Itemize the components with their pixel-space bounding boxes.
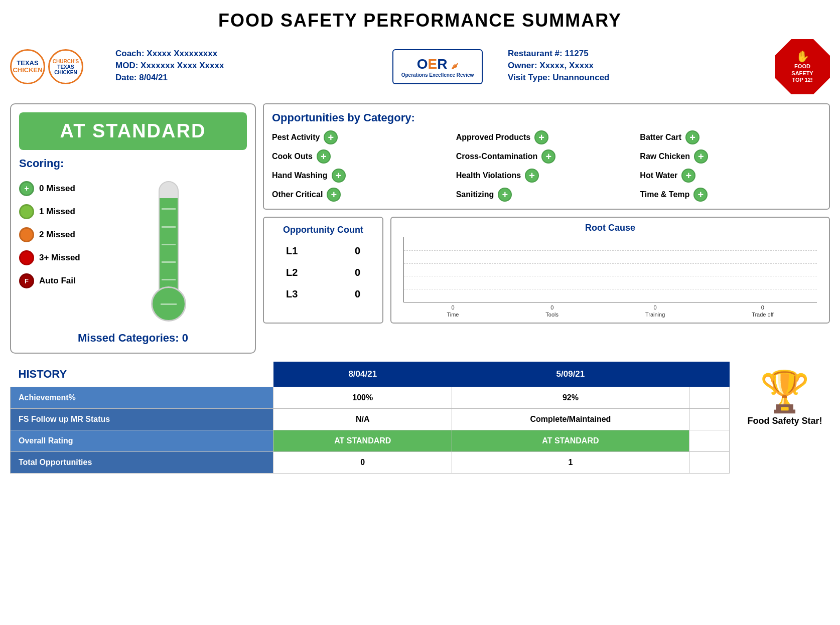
oer-logo: OER 🌶 Operations Excellence Review bbox=[392, 49, 483, 84]
history-achievement-label: Achievement% bbox=[11, 387, 273, 409]
history-col-2: 5/09/21 bbox=[452, 362, 689, 387]
coach-info: Coach: Xxxxx Xxxxxxxxx bbox=[115, 49, 377, 59]
legend-label-3: 3+ Missed bbox=[39, 253, 80, 263]
opp-cook-outs-label: Cook Outs bbox=[272, 152, 313, 161]
legend-0-missed: + 0 Missed bbox=[19, 181, 80, 196]
table-row: Overall Rating AT STANDARD AT STANDARD bbox=[11, 430, 730, 452]
hand-washing-btn[interactable]: + bbox=[332, 169, 346, 183]
opp-hot-water-label: Hot Water bbox=[640, 171, 677, 180]
history-col-1: 8/04/21 bbox=[273, 362, 452, 387]
opp-time-temp: Time & Temp + bbox=[640, 188, 821, 202]
opp-sanitizing-label: Sanitizing bbox=[456, 190, 494, 199]
dot-auto-fail: F bbox=[19, 273, 34, 288]
rc-title: Root Cause bbox=[398, 223, 822, 233]
oc-l2-value: 0 bbox=[355, 267, 360, 278]
header-left-info: Coach: Xxxxx Xxxxxxxxx MOD: Xxxxxxx Xxxx… bbox=[110, 49, 377, 85]
rc-hline-3 bbox=[404, 276, 817, 276]
dot-3-missed bbox=[19, 250, 34, 265]
opp-other-critical: Other Critical + bbox=[272, 188, 453, 202]
history-overall-label: Overall Rating bbox=[11, 430, 273, 452]
thermo-fill bbox=[160, 198, 178, 290]
main-content: AT STANDARD Scoring: + 0 Missed 1 Missed… bbox=[10, 103, 830, 354]
history-fs-label: FS Follow up MR Status bbox=[11, 409, 273, 430]
raw-chicken-btn[interactable]: + bbox=[694, 149, 708, 164]
opportunity-count-box: Opportunity Count L1 0 L2 0 L3 0 bbox=[263, 217, 383, 324]
opp-sanitizing: Sanitizing + bbox=[456, 188, 637, 202]
hot-water-btn[interactable]: + bbox=[681, 169, 695, 183]
table-row: FS Follow up MR Status N/A Complete/Main… bbox=[11, 409, 730, 430]
oc-l3-label: L3 bbox=[286, 288, 298, 300]
sanitizing-btn[interactable]: + bbox=[498, 188, 512, 202]
thermo-line-4 bbox=[162, 261, 176, 263]
opp-raw-chicken-label: Raw Chicken bbox=[640, 152, 690, 161]
health-violations-btn[interactable]: + bbox=[525, 169, 539, 183]
thermo-line-1 bbox=[162, 208, 176, 210]
history-total-opp-val1: 0 bbox=[273, 452, 452, 474]
right-panel: Opportunities by Category: Pest Activity… bbox=[263, 103, 830, 354]
history-total-opp-val2: 1 bbox=[452, 452, 689, 474]
opp-cook-outs: Cook Outs + bbox=[272, 149, 453, 164]
header: TEXASCHICKEN CHURCH'STEXASCHICKEN Coach:… bbox=[10, 39, 830, 94]
history-col-3 bbox=[689, 362, 729, 387]
scoring-section: + 0 Missed 1 Missed 2 Missed 3+ Missed F bbox=[19, 176, 247, 322]
opp-cross-contamination: Cross-Contamination + bbox=[456, 149, 637, 164]
rc-training: 0 Training bbox=[645, 304, 665, 318]
trophy-label: Food Safety Star! bbox=[747, 416, 822, 426]
oer-sublabel: Operations Excellence Review bbox=[401, 72, 474, 78]
left-panel: AT STANDARD Scoring: + 0 Missed 1 Missed… bbox=[10, 103, 256, 354]
approved-products-btn[interactable]: + bbox=[534, 130, 548, 144]
cook-outs-btn[interactable]: + bbox=[317, 149, 331, 164]
opp-raw-chicken: Raw Chicken + bbox=[640, 149, 821, 164]
header-right-info: Restaurant #: 11275 Owner: Xxxxx, Xxxxx … bbox=[498, 49, 770, 85]
opp-hand-washing-label: Hand Washing bbox=[272, 171, 328, 180]
thermo-line-3 bbox=[162, 244, 176, 245]
history-total-opp-val3 bbox=[689, 452, 729, 474]
opp-pest-activity: Pest Activity + bbox=[272, 130, 453, 144]
missed-categories: Missed Categories: 0 bbox=[19, 332, 247, 345]
history-achievement-val3 bbox=[689, 387, 729, 409]
dot-0-missed: + bbox=[19, 181, 34, 196]
opp-cross-contamination-label: Cross-Contamination bbox=[456, 152, 538, 161]
rc-tradeoff: 0 Trade off bbox=[752, 304, 773, 318]
opp-other-critical-label: Other Critical bbox=[272, 190, 323, 199]
oc-row-l2: L2 0 bbox=[276, 262, 370, 283]
history-achievement-val1: 100% bbox=[273, 387, 452, 409]
other-critical-btn[interactable]: + bbox=[327, 188, 341, 202]
bulb-line-1 bbox=[161, 303, 177, 305]
opp-time-temp-label: Time & Temp bbox=[640, 190, 689, 199]
pest-activity-btn[interactable]: + bbox=[324, 130, 338, 144]
history-overall-val2: AT STANDARD bbox=[452, 430, 689, 452]
legend-2-missed: 2 Missed bbox=[19, 227, 80, 242]
logos-section: TEXASCHICKEN CHURCH'STEXASCHICKEN bbox=[10, 49, 105, 84]
opp-batter-cart-label: Batter Cart bbox=[640, 133, 681, 142]
trophy-section: 🏆 Food Safety Star! bbox=[740, 362, 830, 426]
page-title: FOOD SAFETY PERFORMANCE SUMMARY bbox=[10, 10, 830, 31]
mod-info: MOD: Xxxxxxx Xxxx Xxxxx bbox=[115, 61, 377, 71]
thermometer-visual bbox=[151, 181, 186, 322]
visit-type-info: Visit Type: Unannounced bbox=[508, 73, 770, 83]
history-fs-val1: N/A bbox=[273, 409, 452, 430]
history-total-opp-label: Total Opportunities bbox=[11, 452, 273, 474]
rc-xaxis: 0 Time 0 Tools 0 Training 0 bbox=[403, 304, 817, 318]
legend-label-1: 1 Missed bbox=[39, 207, 75, 217]
time-temp-btn[interactable]: + bbox=[693, 188, 708, 202]
history-fs-val2: Complete/Maintained bbox=[452, 409, 689, 430]
oc-l1-label: L1 bbox=[286, 245, 298, 257]
opp-approved-products: Approved Products + bbox=[456, 130, 637, 144]
legend-1-missed: 1 Missed bbox=[19, 204, 80, 219]
cross-contamination-btn[interactable]: + bbox=[541, 149, 555, 164]
scoring-label: Scoring: bbox=[19, 157, 247, 170]
thermo-bulb bbox=[151, 286, 186, 322]
rc-time: 0 Time bbox=[447, 304, 459, 318]
oc-row-l3: L3 0 bbox=[276, 283, 370, 305]
history-header-row: HISTORY 8/04/21 5/09/21 bbox=[11, 362, 730, 387]
opp-approved-products-label: Approved Products bbox=[456, 133, 530, 142]
rc-tools: 0 Tools bbox=[545, 304, 558, 318]
rc-hline-2 bbox=[404, 263, 817, 264]
rc-hline-1 bbox=[404, 250, 817, 251]
rc-hline-4 bbox=[404, 289, 817, 289]
trophy-icon: 🏆 bbox=[760, 372, 810, 412]
batter-cart-btn[interactable]: + bbox=[685, 130, 699, 144]
oc-row-l1: L1 0 bbox=[276, 240, 370, 262]
root-cause-box: Root Cause 0 Time 0 bbox=[390, 217, 830, 324]
